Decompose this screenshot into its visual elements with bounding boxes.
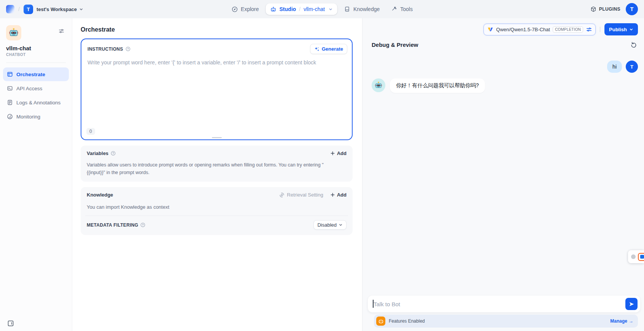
robot-emoji-icon	[8, 27, 19, 38]
sidebar-item-monitoring[interactable]: Monitoring	[3, 110, 69, 123]
metadata-filtering-label: METADATA FILTERING	[87, 222, 138, 228]
add-knowledge-button[interactable]: Add	[330, 192, 347, 198]
features-icon	[376, 317, 385, 326]
send-button[interactable]	[625, 298, 638, 310]
nav-explore[interactable]: Explore	[227, 3, 263, 15]
debug-header: Debug & Preview	[363, 35, 644, 48]
model-mode-badge: COMPLETION	[553, 26, 583, 33]
knowledge-header: Knowledge Retrieval Setting Add	[87, 192, 347, 198]
app-name: vllm-chat	[6, 45, 69, 51]
generate-button-label: Generate	[322, 46, 343, 52]
collapse-sidebar-icon[interactable]	[7, 320, 14, 327]
knowledge-title: Knowledge	[87, 192, 113, 198]
retrieval-setting-label: Retrieval Setting	[287, 192, 323, 198]
features-label: Features Enabled	[389, 318, 425, 324]
chevron-down-icon	[339, 223, 343, 227]
variables-description: Variables allow users to introduce promp…	[87, 161, 330, 176]
nav-studio-label: Studio	[280, 6, 296, 12]
nav-knowledge-label: Knowledge	[353, 6, 380, 12]
sidebar-menu: Orchestrate API Access Logs & Annotation…	[3, 67, 69, 123]
terminal-icon	[7, 85, 13, 91]
instructions-panel: INSTRUCTIONS Generate Write your prompt …	[81, 38, 353, 140]
info-icon[interactable]	[140, 222, 145, 227]
sidebar-item-label: Orchestrate	[16, 72, 45, 77]
user-chat-avatar: T	[626, 61, 638, 73]
dify-logo[interactable]	[6, 5, 14, 13]
instructions-header: INSTRUCTIONS Generate	[81, 39, 352, 56]
sparkles-icon	[314, 46, 320, 52]
topbar: / T test's Workspace Explore Studio / vl…	[0, 0, 644, 18]
sidebar-item-orchestrate[interactable]: Orchestrate	[3, 67, 69, 81]
metadata-filtering-value: Disabled	[317, 222, 337, 228]
nav-studio-app[interactable]: vllm-chat	[304, 6, 325, 12]
debug-toolbar: Qwen/Qwen1.5-7B-Chat COMPLETION Publish	[363, 18, 644, 35]
sidebar-divider	[6, 62, 66, 63]
text-caret	[373, 300, 374, 308]
sidebar-item-label: API Access	[16, 86, 42, 91]
plugins-button[interactable]: PLUGINS	[590, 6, 620, 12]
chat-bottom: Features Enabled Manage →	[363, 296, 644, 331]
topbar-right: PLUGINS T	[590, 3, 638, 15]
generate-button[interactable]: Generate	[310, 44, 347, 54]
vllm-logo-icon	[487, 26, 493, 32]
nav-tools[interactable]: Tools	[386, 3, 417, 15]
robot-emoji-icon	[374, 81, 383, 90]
workspace-switcher[interactable]: / T test's Workspace	[6, 5, 83, 14]
workspace-badge[interactable]: T	[24, 5, 33, 14]
chevron-down-icon[interactable]	[329, 7, 333, 11]
model-selector[interactable]: Qwen/Qwen1.5-7B-Chat COMPLETION	[483, 24, 596, 35]
main-nav: Explore Studio / vllm-chat Knowledge Too…	[227, 0, 417, 18]
orchestrate-panel: Orchestrate INSTRUCTIONS Generate Write …	[72, 18, 362, 331]
restart-conversation-icon[interactable]	[630, 41, 637, 48]
send-icon	[629, 301, 634, 307]
chat-area: hi T 你好！有什么问题	[363, 48, 644, 296]
metadata-filtering-dropdown[interactable]: Disabled	[313, 220, 347, 230]
nav-studio[interactable]: Studio / vllm-chat	[266, 3, 337, 15]
knowledge-section: Knowledge Retrieval Setting Add	[81, 187, 353, 235]
page-title: Orchestrate	[81, 18, 353, 38]
plugins-label: PLUGINS	[599, 6, 620, 12]
add-variable-button[interactable]: Add	[330, 150, 347, 156]
workspace-name[interactable]: test's Workspace	[37, 6, 77, 12]
nav-tools-label: Tools	[400, 6, 413, 12]
sidebar-item-api-access[interactable]: API Access	[3, 82, 69, 95]
extension-dot-icon	[631, 254, 636, 259]
chat-input[interactable]	[374, 301, 620, 307]
info-icon[interactable]	[126, 46, 130, 51]
retrieval-setting-icon	[279, 192, 285, 198]
manage-features-link[interactable]: Manage →	[610, 318, 633, 324]
extension-logo-icon[interactable]	[638, 253, 644, 261]
plus-icon	[330, 192, 335, 197]
sidebar-item-label: Logs & Annotations	[16, 100, 60, 106]
add-knowledge-label: Add	[337, 192, 347, 198]
edge-extension-widget[interactable]	[628, 250, 644, 263]
nav-explore-label: Explore	[241, 6, 259, 12]
bot-avatar	[372, 78, 385, 92]
publish-button[interactable]: Publish	[604, 23, 638, 35]
hammer-icon	[391, 6, 397, 12]
chat-input-wrap	[368, 296, 640, 312]
model-config-icon[interactable]	[586, 27, 592, 32]
resize-handle[interactable]	[212, 137, 222, 138]
debug-title: Debug & Preview	[372, 42, 418, 48]
retrieval-setting-button[interactable]: Retrieval Setting	[279, 192, 323, 198]
sidebar-item-logs-annotations[interactable]: Logs & Annotations	[3, 96, 69, 109]
user-avatar[interactable]: T	[626, 3, 638, 15]
nav-studio-divider: /	[299, 6, 301, 12]
app-type-badge: CHATBOT	[6, 53, 69, 57]
app-settings-icon[interactable]	[59, 28, 64, 34]
robot-icon	[270, 6, 277, 12]
bot-message-bubble: 你好！有什么问题我可以帮助你吗?	[390, 78, 485, 93]
manage-label: Manage	[610, 318, 627, 324]
variables-title: Variables	[87, 150, 108, 156]
explore-icon	[231, 6, 238, 13]
instructions-editor[interactable]: Write your prompt word here, enter '{' t…	[81, 56, 352, 69]
instructions-title: INSTRUCTIONS	[87, 46, 123, 52]
debug-preview-panel: Qwen/Qwen1.5-7B-Chat COMPLETION Publish …	[362, 18, 644, 331]
app-icon	[6, 25, 21, 40]
user-message-bubble: hi	[607, 61, 622, 73]
gauge-icon	[7, 114, 13, 120]
info-icon[interactable]	[111, 151, 116, 156]
nav-knowledge[interactable]: Knowledge	[340, 3, 384, 15]
window-icon	[7, 71, 13, 77]
